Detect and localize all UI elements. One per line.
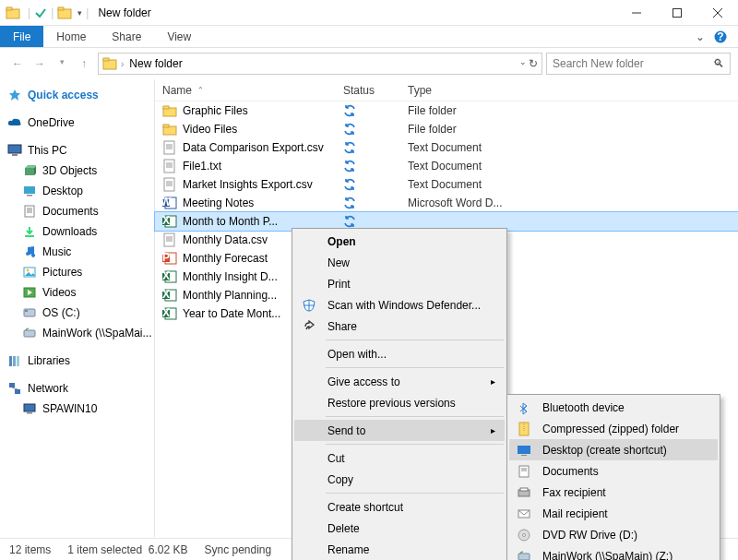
file-name: Video Files [183, 123, 237, 136]
ctx-give-access[interactable]: Give access to▸ [294, 371, 505, 392]
nav-history-icon[interactable]: ▾ [52, 57, 72, 70]
svg-rect-63 [164, 233, 174, 246]
ribbon-right: ⌄ ? [686, 26, 738, 47]
home-tab[interactable]: Home [43, 26, 99, 47]
address-dropdown-icon[interactable]: ⌄ [519, 57, 527, 70]
ctx-restore[interactable]: Restore previous versions [294, 392, 505, 413]
sidebar-item[interactable]: Documents [0, 201, 154, 221]
ctx-print[interactable]: Print [294, 273, 505, 294]
file-row[interactable]: File1.txtText Document [155, 157, 738, 175]
ctx-copy[interactable]: Copy [294, 469, 505, 490]
ctx-share[interactable]: Share [294, 316, 505, 337]
column-headers[interactable]: Name⌃ Status Type [155, 79, 738, 101]
sendto-item[interactable]: MainWork (\\SpaMain) (Z:) [509, 545, 718, 560]
sidebar-item[interactable]: MainWork (\\SpaMai... [0, 323, 154, 343]
sidebar-item-label: OS (C:) [42, 306, 80, 319]
sendto-label: Compressed (zipped) folder [542, 423, 679, 435]
sendto-icon [517, 528, 531, 542]
sidebar-quick-access[interactable]: Quick access [0, 85, 154, 105]
qat-folder-icon[interactable] [57, 6, 72, 20]
app-folder-icon [6, 6, 20, 20]
ctx-new[interactable]: New [294, 252, 505, 273]
column-name[interactable]: Name⌃ [155, 84, 336, 97]
sendto-item[interactable]: DVD RW Drive (D:) [509, 524, 718, 545]
sendto-item[interactable]: Mail recipient [509, 503, 718, 524]
ctx-cut[interactable]: Cut [294, 447, 505, 469]
view-tab[interactable]: View [154, 26, 204, 47]
sendto-label: Bluetooth device [542, 401, 625, 414]
sidebar-item[interactable]: OS (C:) [0, 303, 154, 323]
folder-icon [22, 244, 37, 259]
sendto-submenu[interactable]: Bluetooth deviceCompressed (zipped) fold… [506, 394, 720, 560]
sidebar-item[interactable]: Downloads [0, 221, 154, 242]
navigation-pane[interactable]: Quick access OneDrive This PC 3D Objects… [0, 79, 155, 537]
search-input[interactable]: Search New folder 🔍︎ [546, 53, 731, 75]
ctx-open-with[interactable]: Open with... [294, 343, 505, 364]
file-tab[interactable]: File [0, 26, 43, 47]
sendto-icon [517, 443, 531, 458]
sidebar-item[interactable]: Videos [0, 282, 154, 303]
sendto-item[interactable]: Fax recipient [509, 482, 718, 503]
file-icon [162, 232, 177, 247]
ribbon-expand-icon[interactable]: ⌄ [686, 30, 714, 43]
sendto-item[interactable]: Compressed (zipped) folder [509, 418, 718, 439]
column-status[interactable]: Status [336, 84, 400, 97]
window-title: New folder [98, 6, 150, 19]
nav-forward-icon[interactable]: → [30, 57, 50, 70]
close-button[interactable] [697, 0, 738, 26]
svg-text:W: W [162, 196, 172, 209]
context-menu[interactable]: Open New Print Scan with Windows Defende… [292, 228, 507, 560]
sidebar-item[interactable]: Desktop [0, 181, 154, 201]
sidebar-network[interactable]: Network [0, 378, 154, 399]
ctx-open[interactable]: Open [294, 231, 505, 252]
sidebar-libraries[interactable]: Libraries [0, 351, 154, 371]
qat-check-icon[interactable] [34, 6, 47, 19]
refresh-icon[interactable]: ↻ [529, 57, 538, 70]
ctx-scan[interactable]: Scan with Windows Defender... [294, 294, 505, 316]
ctx-send-to[interactable]: Send to▸ [294, 420, 505, 441]
file-row[interactable]: Data Comparison Export.csvText Document [155, 138, 738, 157]
nav-back-icon[interactable]: ← [7, 57, 28, 70]
sidebar-this-pc[interactable]: This PC [0, 140, 154, 161]
sendto-item[interactable]: Desktop (create shortcut) [509, 439, 718, 460]
folder-icon [22, 204, 37, 219]
ctx-delete[interactable]: Delete [294, 518, 505, 539]
file-row[interactable]: Market Insights Export.csvText Document [155, 175, 738, 194]
network-icon [7, 381, 22, 396]
crumb-arrow-icon[interactable]: › [121, 59, 124, 69]
ctx-create-shortcut[interactable]: Create shortcut [294, 496, 505, 518]
file-icon: X [162, 306, 177, 321]
maximize-button[interactable] [657, 0, 697, 26]
file-row[interactable]: Graphic FilesFile folder [155, 101, 738, 120]
svg-rect-20 [25, 206, 34, 217]
file-type: File folder [400, 123, 548, 136]
breadcrumb[interactable]: New folder [127, 57, 184, 70]
search-icon[interactable]: 🔍︎ [713, 57, 724, 70]
sidebar-item[interactable]: 3D Objects [0, 161, 154, 181]
file-status [336, 160, 400, 173]
sidebar-item-label: SPAWIN10 [42, 402, 97, 415]
titlebar-sep2: | [51, 6, 54, 19]
svg-rect-34 [13, 356, 16, 366]
sendto-item[interactable]: Bluetooth device [509, 397, 718, 418]
share-tab[interactable]: Share [99, 26, 154, 47]
sidebar-onedrive[interactable]: OneDrive [0, 113, 154, 133]
sidebar-item-label: Network [28, 382, 68, 395]
nav-up-icon[interactable]: ↑ [74, 57, 94, 70]
sidebar-network-item[interactable]: SPAWIN10 [0, 399, 154, 419]
file-row[interactable]: WMeeting NotesMicrosoft Word D... [155, 194, 738, 212]
ctx-rename[interactable]: Rename [294, 539, 505, 560]
file-row[interactable]: Video FilesFile folder [155, 120, 738, 138]
file-status [336, 123, 400, 136]
file-status [336, 215, 400, 228]
qat-dropdown-icon[interactable]: ▾ [77, 8, 82, 18]
sendto-item[interactable]: Documents [509, 460, 718, 482]
help-icon[interactable]: ? [714, 30, 727, 43]
folder-icon [22, 305, 37, 320]
sidebar-item[interactable]: Music [0, 242, 154, 262]
status-selected: 1 item selected 6.02 KB [67, 543, 187, 556]
address-bar[interactable]: › New folder ⌄ ↻ [98, 53, 542, 75]
column-type[interactable]: Type [400, 84, 548, 97]
sidebar-item[interactable]: Pictures [0, 262, 154, 282]
minimize-button[interactable] [616, 0, 657, 26]
